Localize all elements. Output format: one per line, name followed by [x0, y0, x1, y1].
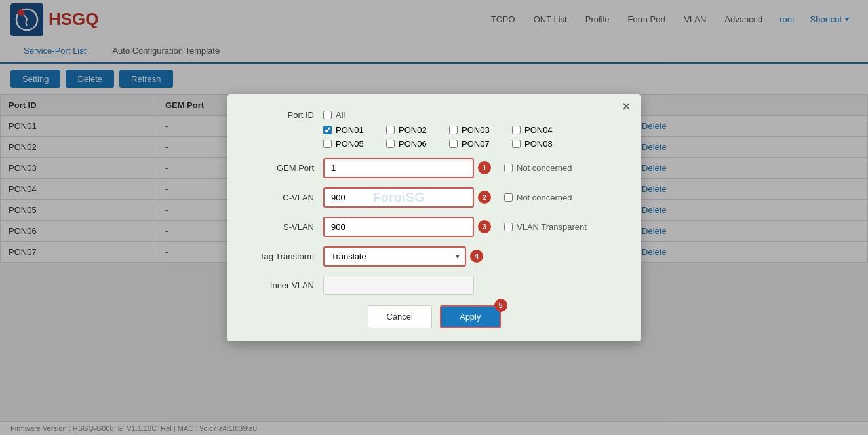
- checkbox-pon03[interactable]: [449, 126, 458, 134]
- port-check-pon03: PON03: [449, 125, 502, 135]
- checkbox-pon06[interactable]: [386, 140, 395, 148]
- not-concerned-1-label: Not concerned: [517, 163, 572, 173]
- pon03-label: PON03: [462, 125, 490, 135]
- not-concerned-2-label: Not concerned: [517, 193, 572, 202]
- svlan-row: S-VLAN 3 VLAN Transparent: [248, 217, 620, 237]
- pon01-label: PON01: [336, 125, 364, 135]
- port-check-pon07: PON07: [449, 139, 502, 149]
- port-checkboxes: PON01 PON02 PON03 PON04 PON05: [323, 125, 620, 149]
- port-check-pon04: PON04: [512, 125, 564, 135]
- all-label: All: [336, 110, 345, 120]
- tag-transform-row: Tag Transform Translate Add Remove None …: [248, 246, 620, 263]
- all-checkbox-wrapper: All: [323, 110, 345, 120]
- port-check-pon08: PON08: [512, 139, 564, 149]
- port-id-section: Port ID All PON01 PON02 PON03: [248, 110, 620, 149]
- step-badge-1: 1: [478, 161, 491, 174]
- port-id-label: Port ID: [248, 110, 314, 120]
- pon08-label: PON08: [524, 139, 553, 149]
- cvlan-row: C-VLAN ForoiSG 2 Not concerned: [248, 187, 620, 208]
- not-concerned-2-checkbox[interactable]: [504, 193, 513, 202]
- not-concerned-1-wrapper: Not concerned: [504, 163, 572, 173]
- not-concerned-1-checkbox[interactable]: [504, 164, 513, 172]
- gem-port-input[interactable]: [323, 158, 474, 178]
- tag-transform-select[interactable]: Translate Add Remove None: [323, 246, 466, 263]
- vlan-transparent-wrapper: VLAN Transparent: [504, 222, 587, 232]
- not-concerned-2-wrapper: Not concerned: [504, 193, 572, 202]
- pon05-label: PON05: [336, 139, 364, 149]
- gem-port-row: GEM Port 1 Not concerned: [248, 158, 620, 178]
- checkbox-pon08[interactable]: [512, 140, 521, 148]
- modal-overlay: ✕ Port ID All PON01 PON02: [0, 0, 868, 263]
- gem-port-label: GEM Port: [248, 163, 314, 173]
- vlan-transparent-checkbox[interactable]: [504, 223, 513, 231]
- all-checkbox[interactable]: [323, 111, 332, 119]
- modal-close-button[interactable]: ✕: [621, 101, 631, 113]
- svlan-label: S-VLAN: [248, 222, 314, 232]
- pon06-label: PON06: [399, 139, 427, 149]
- port-check-pon02: PON02: [386, 125, 439, 135]
- port-id-row: Port ID All: [248, 110, 620, 120]
- step-badge-4: 4: [470, 250, 483, 263]
- port-check-pon01: PON01: [323, 125, 376, 135]
- checkbox-pon04[interactable]: [512, 126, 521, 134]
- tag-transform-label: Tag Transform: [248, 252, 314, 261]
- cvlan-input[interactable]: [323, 187, 474, 208]
- checkbox-pon05[interactable]: [323, 140, 332, 148]
- checkbox-pon01[interactable]: [323, 126, 332, 134]
- checkbox-pon02[interactable]: [386, 126, 395, 134]
- checkbox-pon07[interactable]: [449, 140, 458, 148]
- svlan-input[interactable]: [323, 217, 474, 237]
- step-badge-3: 3: [478, 220, 491, 233]
- pon04-label: PON04: [524, 125, 553, 135]
- tag-transform-select-wrapper: Translate Add Remove None ▼: [323, 246, 466, 263]
- vlan-transparent-label: VLAN Transparent: [517, 222, 587, 232]
- step-badge-2: 2: [478, 191, 491, 204]
- port-check-pon06: PON06: [386, 139, 439, 149]
- cvlan-label: C-VLAN: [248, 193, 314, 202]
- modal: ✕ Port ID All PON01 PON02: [227, 94, 641, 263]
- pon07-label: PON07: [462, 139, 490, 149]
- port-check-pon05: PON05: [323, 139, 376, 149]
- pon02-label: PON02: [399, 125, 427, 135]
